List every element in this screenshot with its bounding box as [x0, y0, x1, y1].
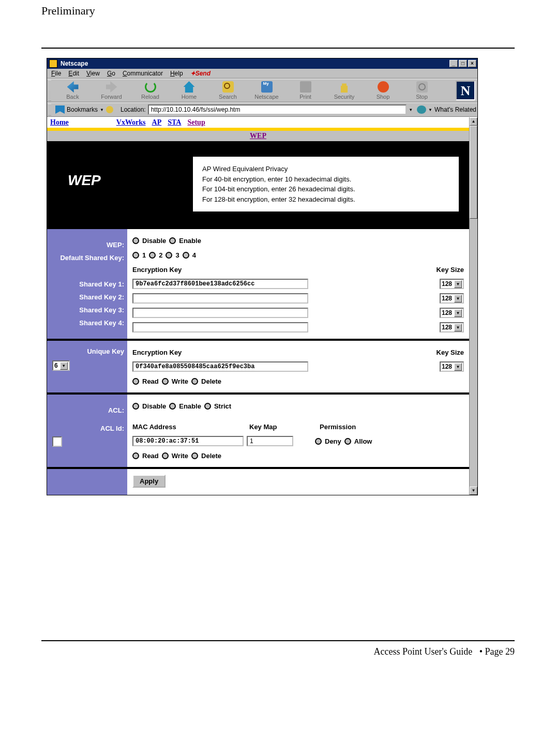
menu-file[interactable]: File [51, 70, 61, 77]
security-button[interactable]: Security [325, 80, 364, 101]
browser-window: Netscape _ □ × File Edit View Go Communi… [47, 58, 478, 495]
titlebar: Netscape _ □ × [47, 58, 477, 69]
acl-read-radio[interactable] [132, 452, 139, 459]
wep-disable-radio[interactable] [132, 237, 139, 244]
nav-ap[interactable]: AP [149, 117, 165, 128]
dsk-radio-2[interactable] [149, 252, 156, 259]
shared-key-2-input[interactable] [132, 293, 308, 304]
print-button[interactable]: Print [286, 80, 325, 101]
uk-size-header: Key Size [437, 349, 464, 356]
shop-button[interactable]: Shop [364, 80, 402, 101]
acl-enable-radio[interactable] [169, 403, 176, 410]
toolbar-grip[interactable] [48, 80, 51, 101]
chevron-down-icon: ▼ [454, 309, 462, 317]
send-button[interactable]: ✦Send [190, 70, 211, 77]
wep-info: AP Wired Equivalent Privacy For 40-bit e… [193, 157, 459, 211]
home-button[interactable]: Home [170, 80, 208, 101]
scroll-thumb[interactable] [470, 126, 477, 219]
location-pin-icon [106, 106, 113, 113]
bookmarks-button[interactable]: Bookmarks▼ [55, 105, 104, 114]
reload-button[interactable]: Reload [131, 80, 170, 101]
shared-key-2-size[interactable]: 128▼ [440, 293, 464, 304]
perm-allow-radio[interactable] [344, 438, 351, 445]
preliminary-label: Preliminary [41, 0, 515, 18]
mac-header: MAC Address [132, 423, 246, 431]
vertical-scrollbar[interactable]: ▲ ▼ [469, 117, 477, 495]
forward-icon [106, 81, 117, 93]
keymap-input[interactable]: 1 [247, 436, 293, 446]
search-button[interactable]: Search [208, 80, 247, 101]
menu-view[interactable]: View [86, 70, 100, 77]
url-input[interactable]: http://10.10.10.46/fs/ssi/wep.htm [148, 104, 407, 115]
unique-key-id-select[interactable]: 6▼ [52, 360, 70, 371]
menu-edit[interactable]: Edit [68, 70, 79, 77]
lock-icon [339, 81, 350, 93]
stop-button[interactable]: Stop [402, 80, 441, 101]
shared-key-3-size[interactable]: 128▼ [440, 308, 464, 318]
unique-key-size[interactable]: 128▼ [440, 361, 464, 372]
uk-read-radio[interactable] [132, 378, 139, 385]
dsk-radio-3[interactable] [166, 252, 172, 259]
menu-help[interactable]: Help [170, 70, 183, 77]
netscape-icon [49, 59, 57, 68]
apply-button[interactable]: Apply [132, 475, 166, 488]
shared-key-1-label: Shared Key 1: [50, 278, 124, 291]
shared-key-1-input[interactable]: 9b7ea6fc2d37f8601bee138adc6256cc [132, 279, 308, 289]
acl-disable-radio[interactable] [132, 403, 139, 410]
chevron-down-icon: ▼ [454, 295, 462, 303]
location-label: Location: [121, 106, 146, 113]
nav-home[interactable]: Home [47, 117, 72, 128]
acl-label: ACL: [50, 404, 124, 417]
nav-setup[interactable]: Setup [184, 117, 208, 128]
nav-vxworks[interactable]: VxWorks [113, 117, 149, 128]
shared-key-4-label: Shared Key 4: [50, 316, 124, 329]
acl-delete-radio[interactable] [191, 452, 198, 459]
netscape-button[interactable]: Netscape [247, 80, 286, 101]
dsk-radio-1[interactable] [132, 252, 139, 259]
wep-enable-radio[interactable] [169, 237, 176, 244]
maximize-button[interactable]: □ [459, 60, 467, 67]
back-button[interactable]: Back [53, 80, 92, 101]
window-title: Netscape [61, 60, 88, 67]
back-icon [67, 81, 79, 93]
forward-button[interactable]: Forward [92, 80, 131, 101]
chevron-down-icon: ▼ [454, 324, 462, 331]
shared-key-3-input[interactable] [132, 308, 308, 318]
top-rule [41, 48, 515, 49]
uk-write-radio[interactable] [162, 378, 169, 385]
menu-communicator[interactable]: Communicator [123, 70, 163, 77]
location-bar: Bookmarks▼ Location: http://10.10.10.46/… [47, 102, 477, 117]
mac-input[interactable]: 08:00:20:ac:37:51 [132, 436, 244, 446]
uk-encryption-header: Encryption Key [132, 349, 308, 356]
url-dropdown[interactable]: ▼ [409, 108, 413, 112]
stop-icon [416, 81, 428, 93]
related-icon [417, 105, 426, 114]
home-icon [184, 81, 195, 93]
bookmark-icon [55, 105, 65, 114]
scroll-down-button[interactable]: ▼ [470, 487, 477, 495]
close-button[interactable]: × [468, 60, 476, 67]
uk-delete-radio[interactable] [191, 378, 198, 385]
acl-strict-radio[interactable] [204, 403, 211, 410]
wep-label: WEP: [50, 238, 124, 251]
wep-heading: WEP [68, 157, 187, 211]
locbar-grip[interactable] [48, 104, 51, 115]
shared-key-1-size[interactable]: 128▼ [440, 279, 464, 289]
shared-key-4-input[interactable] [132, 322, 308, 332]
perm-deny-radio[interactable] [315, 438, 322, 445]
menu-go[interactable]: Go [107, 70, 115, 77]
minimize-button[interactable]: _ [449, 60, 458, 67]
scroll-up-button[interactable]: ▲ [470, 117, 477, 126]
aclid-input[interactable]: 4 [52, 436, 62, 447]
whats-related-button[interactable]: ▼ What's Related [417, 105, 476, 114]
shared-key-4-size[interactable]: 128▼ [440, 322, 464, 332]
dsk-radio-4[interactable] [183, 252, 189, 259]
reload-icon [145, 81, 156, 93]
unique-key-input[interactable]: 0f340afe8a085508485caa625f9ec3ba [132, 361, 308, 372]
acl-write-radio[interactable] [162, 452, 169, 459]
keymap-header: Key Map [249, 423, 317, 431]
chevron-down-icon: ▼ [454, 363, 462, 371]
page-content: Home VxWorks AP STA Setup WEP WEP AP Wir… [47, 117, 469, 495]
nav-sta[interactable]: STA [164, 117, 184, 128]
wep-tab[interactable]: WEP [47, 131, 469, 141]
